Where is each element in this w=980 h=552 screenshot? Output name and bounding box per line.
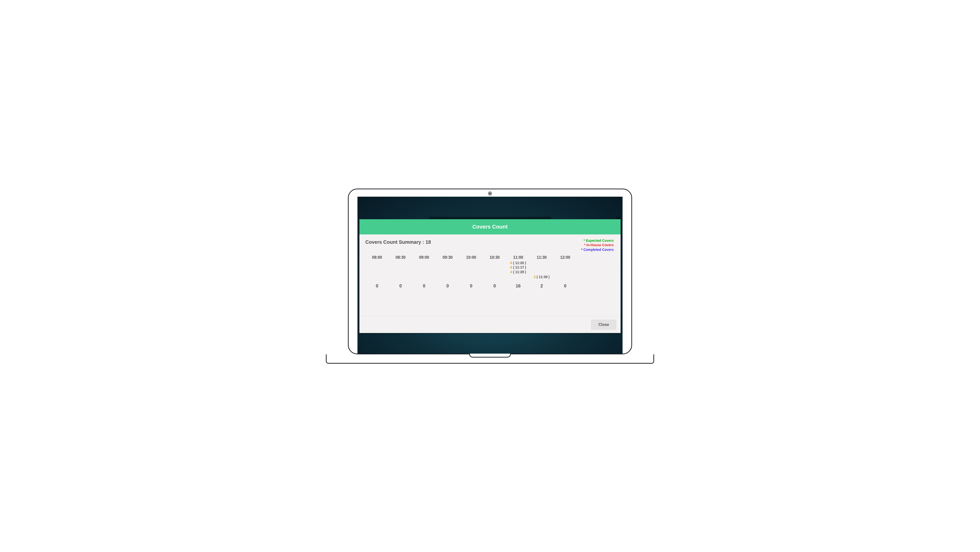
camera-icon [488, 191, 492, 195]
timeline-column: 08:00 [365, 255, 389, 284]
legend: * Expected Covers * In-House Covers * Co… [581, 238, 614, 252]
modal-body: Covers Count Summary : 18 * Expected Cov… [360, 235, 620, 316]
cover-entry: 6 ( 11:20 ) [506, 261, 530, 265]
timeline-grid: 08:0008:3009:0009:3010:0010:3011:006 ( 1… [365, 255, 615, 284]
timeline-column: 09:00 [412, 255, 436, 284]
column-total: 0 [436, 284, 460, 289]
timeline-column: 09:30 [436, 255, 460, 284]
summary-value: 18 [426, 239, 431, 245]
legend-inhouse: * In-House Covers [581, 243, 614, 247]
cover-entry-time: ( 11:29 ) [512, 270, 526, 274]
laptop-base [326, 354, 654, 364]
column-entries: 2 ( 11:30 ) [530, 261, 554, 279]
column-time: 10:30 [483, 255, 506, 260]
cover-entry: 4 ( 11:29 ) [506, 270, 530, 274]
timeline-column: 10:30 [483, 255, 506, 284]
covers-count-modal: Covers Count Covers Count Summary : 18 *… [360, 219, 620, 333]
column-time: 11:30 [530, 255, 554, 260]
column-total: 2 [530, 284, 554, 289]
laptop-bezel: Covers Count Covers Count Summary : 18 *… [348, 188, 632, 354]
column-time: 09:30 [436, 255, 460, 260]
cover-entry-time: ( 11:20 ) [512, 261, 526, 265]
modal-title: Covers Count [360, 219, 620, 235]
column-total: 0 [483, 284, 506, 289]
column-total: 16 [506, 284, 530, 289]
column-time: 10:00 [460, 255, 483, 260]
cover-entry-time: ( 11:30 ) [536, 275, 549, 279]
column-entries: 6 ( 11:20 )6 ( 11:17 )4 ( 11:29 ) [506, 261, 530, 274]
column-time: 12:00 [554, 255, 577, 260]
column-total: 0 [460, 284, 483, 289]
laptop-trackpad-notch [469, 354, 511, 357]
modal-footer: Close [360, 316, 620, 333]
close-button[interactable]: Close [591, 320, 616, 330]
column-total: 0 [389, 284, 412, 289]
column-time: 09:00 [412, 255, 436, 260]
summary-label: Covers Count Summary : [365, 239, 424, 245]
cover-entry-time: ( 11:17 ) [512, 265, 526, 269]
timeline-column: 08:30 [389, 255, 412, 284]
timeline-column: 12:00 [554, 255, 577, 284]
laptop-mockup: Covers Count Covers Count Summary : 18 *… [348, 188, 632, 364]
column-total: 0 [554, 284, 577, 289]
timeline-column: 11:006 ( 11:20 )6 ( 11:17 )4 ( 11:29 ) [506, 255, 530, 284]
column-time: 08:00 [365, 255, 389, 260]
summary-line: Covers Count Summary : 18 [365, 239, 615, 245]
background-window-hint [429, 217, 551, 219]
cover-entry: 6 ( 11:17 ) [506, 265, 530, 270]
legend-completed: * Completed Covers [581, 247, 614, 252]
column-time: 11:00 [506, 255, 530, 260]
column-time: 08:30 [389, 255, 412, 260]
background-window-hint-right [616, 217, 620, 219]
cover-entry: 2 ( 11:30 ) [530, 274, 554, 279]
timeline-totals: 0000001620 [365, 284, 615, 289]
timeline-column: 11:302 ( 11:30 ) [530, 255, 554, 284]
column-total: 0 [412, 284, 436, 289]
column-total: 0 [365, 284, 389, 289]
desktop-background: Covers Count Covers Count Summary : 18 *… [358, 197, 622, 354]
legend-expected: * Expected Covers [581, 238, 614, 243]
timeline-column: 10:00 [460, 255, 483, 284]
